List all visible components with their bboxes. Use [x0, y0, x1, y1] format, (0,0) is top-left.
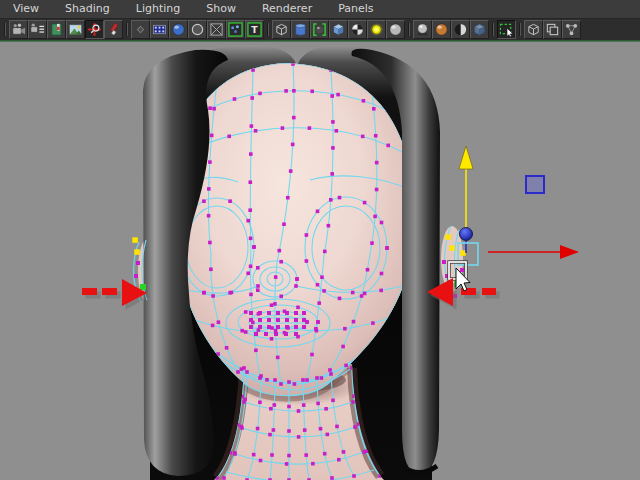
mesh-vertex[interactable]	[256, 284, 260, 288]
mesh-vertex[interactable]	[217, 320, 221, 324]
mesh-vertex[interactable]	[240, 329, 244, 333]
mesh-vertex[interactable]	[254, 332, 258, 336]
mesh-vertex[interactable]	[305, 259, 309, 263]
textured-sphere-icon[interactable]	[432, 20, 451, 39]
mesh-vertex[interactable]	[273, 403, 277, 407]
two-sided-lighting-icon[interactable]	[451, 20, 470, 39]
menu-item-show[interactable]: Show	[193, 0, 249, 18]
mesh-vertex[interactable]	[310, 90, 314, 94]
mesh-vertex[interactable]	[351, 291, 355, 295]
use-all-lights-icon[interactable]	[367, 20, 386, 39]
mesh-vertex[interactable]	[366, 268, 370, 272]
mesh-vertex[interactable]	[324, 407, 328, 411]
mesh-vertex[interactable]	[272, 428, 276, 432]
mesh-vertex[interactable]	[338, 196, 342, 200]
mesh-vertex[interactable]	[254, 349, 258, 353]
marker-tool-icon[interactable]	[104, 20, 123, 39]
mesh-vertex[interactable]	[326, 433, 330, 437]
smooth-shade-icon[interactable]	[291, 20, 310, 39]
mesh-vertex[interactable]	[228, 291, 232, 295]
mesh-vertex[interactable]	[362, 99, 366, 103]
connections-icon[interactable]	[562, 20, 581, 39]
mesh-vertex[interactable]	[273, 378, 277, 382]
mesh-vertex[interactable]	[328, 368, 332, 372]
mesh-vertex[interactable]	[301, 378, 305, 382]
mesh-vertex[interactable]	[294, 325, 298, 329]
mesh-vertex[interactable]	[305, 233, 309, 237]
mesh-vertex[interactable]	[331, 146, 335, 150]
mesh-vertex[interactable]	[338, 297, 342, 301]
mesh-vertex[interactable]	[267, 311, 271, 315]
mesh-vertex[interactable]	[279, 382, 283, 386]
mesh-vertex[interactable]	[227, 135, 231, 139]
mesh-vertex[interactable]	[370, 241, 374, 245]
mesh-vertex[interactable]	[289, 169, 293, 173]
mesh-vertex[interactable]	[372, 107, 376, 111]
mesh-vertex[interactable]	[259, 459, 263, 463]
menu-item-lighting[interactable]: Lighting	[123, 0, 193, 18]
mesh-vertex[interactable]	[284, 89, 288, 93]
mesh-vertex[interactable]	[379, 289, 383, 293]
mesh-vertex[interactable]	[233, 452, 237, 456]
mesh-vertex[interactable]	[330, 172, 334, 176]
mesh-vertex[interactable]	[210, 134, 214, 138]
mesh-vertex[interactable]	[319, 427, 323, 431]
mesh-vertex[interactable]	[222, 476, 226, 480]
texture-display-icon[interactable]: T	[245, 20, 264, 39]
mesh-vertex[interactable]	[343, 327, 347, 331]
mesh-vertex[interactable]	[270, 453, 274, 457]
shaded-sphere-icon[interactable]	[169, 20, 188, 39]
mesh-vertex[interactable]	[244, 330, 248, 334]
soft-select-widget[interactable]	[526, 176, 545, 193]
mesh-vertex[interactable]	[259, 374, 263, 378]
mesh-vertex[interactable]	[374, 134, 378, 138]
mesh-vertex[interactable]	[294, 311, 298, 315]
mesh-vertex[interactable]	[267, 318, 271, 322]
mesh-vertex[interactable]	[208, 160, 212, 164]
mesh-vertex[interactable]	[292, 116, 296, 120]
mesh-vertex[interactable]	[249, 265, 253, 269]
shadows-icon[interactable]	[413, 20, 432, 39]
mesh-vertex[interactable]	[373, 215, 377, 219]
mesh-vertex[interactable]	[329, 372, 333, 376]
mesh-vertex[interactable]	[330, 476, 334, 480]
mesh-vertex[interactable]	[335, 425, 339, 429]
mesh-vertex[interactable]	[208, 106, 212, 110]
mesh-vertex[interactable]	[353, 425, 357, 429]
mesh-vertex[interactable]	[460, 268, 464, 272]
mesh-vertex[interactable]	[270, 337, 274, 341]
mesh-vertex[interactable]	[284, 332, 288, 336]
mesh-vertex[interactable]	[233, 97, 237, 101]
mesh-vertex[interactable]	[386, 144, 390, 148]
mesh-vertex[interactable]	[258, 92, 262, 96]
mesh-vertex[interactable]	[258, 311, 262, 315]
mesh-vertex[interactable]	[287, 380, 291, 384]
mesh-vertex[interactable]	[268, 433, 272, 437]
mesh-vertex[interactable]	[279, 260, 283, 264]
mesh-vertex[interactable]	[274, 329, 278, 333]
textured-mode-icon[interactable]	[348, 20, 367, 39]
mesh-vertex[interactable]	[320, 376, 324, 380]
mesh-vertex[interactable]	[375, 161, 379, 165]
mesh-vertex[interactable]	[361, 135, 365, 139]
mesh-vertex[interactable]	[297, 435, 301, 439]
mesh-vertex[interactable]	[256, 427, 260, 431]
mesh-vertex[interactable]	[322, 289, 326, 293]
mesh-vertex[interactable]	[375, 188, 379, 192]
mesh-vertex[interactable]	[279, 295, 283, 299]
mesh-vertex[interactable]	[285, 311, 289, 315]
mesh-vertex[interactable]	[276, 325, 280, 329]
mesh-vertex[interactable]	[140, 284, 146, 290]
mesh-vertex[interactable]	[380, 272, 384, 276]
mesh-vertex[interactable]	[302, 403, 306, 407]
mesh-vertex[interactable]	[297, 409, 301, 413]
mesh-vertex[interactable]	[246, 219, 250, 223]
mesh-vertex[interactable]	[265, 378, 269, 382]
mesh-vertex[interactable]	[331, 399, 335, 403]
mesh-vertex[interactable]	[228, 199, 232, 203]
mesh-vertex[interactable]	[351, 400, 355, 404]
mesh-vertex[interactable]	[330, 94, 334, 98]
default-material-icon[interactable]	[310, 20, 329, 39]
mesh-vertex[interactable]	[352, 320, 356, 324]
mesh-vertex[interactable]	[244, 310, 248, 314]
